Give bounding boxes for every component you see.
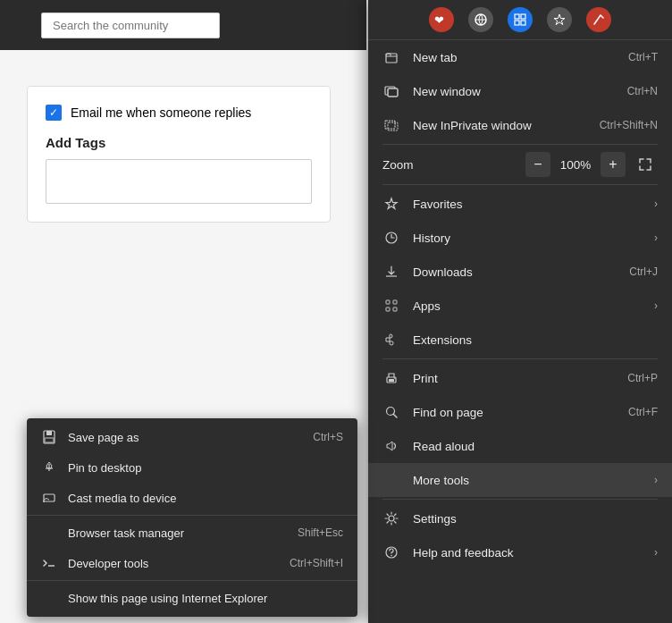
menu-history[interactable]: History › (368, 221, 672, 255)
more-tools-icon (382, 471, 400, 489)
svg-rect-5 (44, 494, 55, 501)
toolbar-icon-1[interactable]: ❤ (429, 7, 454, 32)
svg-line-31 (394, 415, 398, 418)
find-icon (382, 403, 400, 421)
search-input[interactable] (41, 13, 220, 38)
divider-2 (382, 184, 658, 185)
favorites-icon (382, 195, 400, 213)
context-pin-desktop[interactable]: Pin to desktop (27, 452, 357, 483)
history-icon (382, 229, 400, 247)
svg-rect-15 (386, 54, 397, 63)
new-window-shortcut: Ctrl+N (627, 85, 658, 97)
menu-extensions[interactable]: Extensions (368, 323, 672, 357)
context-divider-1 (27, 515, 357, 516)
cast-icon (41, 490, 57, 506)
email-checkbox[interactable]: ✓ (46, 105, 62, 121)
menu-apps[interactable]: Apps › (368, 289, 672, 323)
apps-label: Apps (413, 299, 642, 313)
page-header (0, 0, 366, 50)
menu-help-feedback[interactable]: Help and feedback › (368, 535, 672, 569)
form-card: ✓ Email me when someone replies Add Tags (27, 86, 331, 223)
tags-input-box[interactable] (46, 159, 312, 204)
svg-rect-20 (388, 122, 398, 130)
menu-inprivate[interactable]: New InPrivate window Ctrl+Shift+N (368, 108, 672, 142)
new-tab-label: New tab (413, 51, 616, 64)
svg-rect-13 (515, 21, 519, 25)
help-feedback-label: Help and feedback (413, 546, 642, 560)
menu-read-aloud[interactable]: Read aloud (368, 429, 672, 463)
context-save-page-as[interactable]: Save page as Ctrl+S (27, 422, 357, 452)
ie-icon (41, 590, 57, 606)
svg-rect-28 (389, 379, 394, 382)
new-window-icon (382, 82, 400, 100)
svg-rect-17 (388, 88, 398, 97)
context-dev-label: Developer tools (68, 557, 279, 570)
read-aloud-label: Read aloud (413, 440, 658, 453)
zoom-value: 100% (558, 158, 593, 172)
menu-downloads[interactable]: Downloads Ctrl+J (368, 255, 672, 289)
context-menu: Save page as Ctrl+S Pin to desktop Cast … (27, 418, 357, 617)
menu-find[interactable]: Find on page Ctrl+F (368, 395, 672, 429)
new-tab-icon (382, 48, 400, 66)
more-tools-label: More tools (413, 474, 642, 487)
extensions-label: Extensions (413, 333, 658, 347)
favorites-label: Favorites (413, 198, 642, 211)
context-task-manager[interactable]: Browser task manager Shift+Esc (27, 518, 357, 548)
zoom-fullscreen-icon[interactable] (633, 152, 658, 177)
toolbar-icon-5[interactable] (586, 7, 611, 32)
svg-rect-2 (45, 438, 54, 442)
context-dev-tools[interactable]: Developer tools Ctrl+Shift+I (27, 548, 357, 578)
context-cast-label: Cast media to device (68, 492, 332, 505)
downloads-icon (382, 263, 400, 281)
menu-settings[interactable]: Settings (368, 501, 672, 535)
context-dev-shortcut: Ctrl+Shift+I (290, 557, 343, 569)
task-manager-icon (41, 525, 57, 541)
menu-new-tab[interactable]: New tab Ctrl+T (368, 40, 672, 74)
checkbox-label: Email me when someone replies (71, 105, 251, 120)
toolbar-icon-3[interactable] (508, 7, 533, 32)
menu-more-tools[interactable]: More tools › (368, 463, 672, 497)
history-arrow: › (654, 232, 658, 244)
context-task-shortcut: Shift+Esc (298, 526, 343, 539)
downloads-shortcut: Ctrl+J (629, 265, 658, 278)
toolbar-icon-4[interactable] (547, 7, 572, 32)
svg-rect-19 (385, 121, 395, 129)
context-cast-media[interactable]: Cast media to device (27, 483, 357, 513)
context-ie-label: Show this page using Internet Explorer (68, 592, 332, 605)
context-show-ie[interactable]: Show this page using Internet Explorer (27, 583, 357, 613)
menu-print[interactable]: Print Ctrl+P (368, 361, 672, 395)
zoom-increase-button[interactable]: + (601, 152, 626, 177)
more-tools-arrow: › (654, 474, 658, 486)
find-shortcut: Ctrl+F (628, 406, 658, 418)
read-aloud-icon (382, 437, 400, 455)
apps-arrow: › (654, 299, 658, 312)
print-icon (382, 369, 400, 387)
settings-icon (382, 509, 400, 527)
svg-rect-24 (393, 300, 397, 304)
svg-point-6 (43, 501, 45, 502)
downloads-label: Downloads (413, 265, 617, 279)
toolbar-icon-2[interactable] (468, 7, 493, 32)
favorites-arrow: › (654, 198, 658, 210)
svg-text:❤: ❤ (434, 13, 444, 27)
dev-tools-icon (41, 555, 57, 571)
svg-point-34 (391, 555, 392, 557)
menu-new-window[interactable]: New window Ctrl+N (368, 74, 672, 108)
apps-icon (382, 297, 400, 315)
svg-rect-1 (46, 431, 52, 435)
add-tags-label: Add Tags (46, 135, 312, 150)
help-arrow: › (654, 546, 658, 559)
settings-label: Settings (413, 512, 658, 526)
divider-bottom (382, 499, 658, 500)
pin-icon (41, 459, 57, 476)
svg-rect-26 (393, 307, 397, 311)
print-label: Print (413, 372, 615, 385)
zoom-decrease-button[interactable]: − (525, 152, 550, 177)
checkbox-row: ✓ Email me when someone replies (46, 105, 312, 121)
zoom-control: Zoom − 100% + (368, 147, 672, 182)
zoom-label: Zoom (382, 158, 518, 172)
save-icon (41, 429, 57, 445)
svg-point-32 (389, 516, 394, 521)
print-shortcut: Ctrl+P (627, 372, 658, 384)
menu-favorites[interactable]: Favorites › (368, 187, 672, 221)
